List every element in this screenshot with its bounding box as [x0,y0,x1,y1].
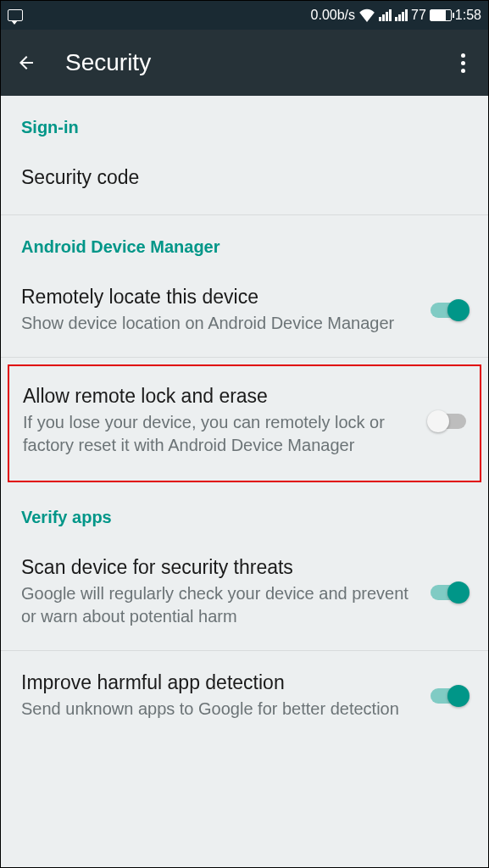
back-button[interactable] [16,53,36,73]
battery-icon [430,9,452,21]
setting-remote-lock-erase[interactable]: Allow remote lock and erase If you lose … [9,366,480,481]
toggle-remote-locate[interactable] [431,303,468,318]
toggle-scan-threats[interactable] [431,585,468,600]
section-header-adm: Android Device Manager [1,215,488,265]
signal-icon [395,9,408,21]
signal-icon [379,9,392,21]
app-bar: Security [1,30,488,96]
setting-title: Security code [21,166,468,189]
setting-summary: Google will regularly check your device … [21,582,417,628]
highlight-annotation: Allow remote lock and erase If you lose … [8,364,481,482]
settings-content[interactable]: Sign-in Security code Android Device Man… [1,96,488,867]
battery-percent: 77 [411,8,426,23]
toggle-improve-detection[interactable] [431,688,468,704]
setting-remote-locate[interactable]: Remotely locate this device Show device … [1,265,488,358]
setting-summary: Send unknown apps to Google for better d… [21,698,417,721]
toggle-remote-lock-erase[interactable] [429,414,466,429]
section-header-sign-in: Sign-in [1,96,488,146]
setting-title: Scan device for security threats [21,556,417,579]
setting-summary: Show device location on Android Device M… [21,312,417,335]
setting-summary: If you lose your device, you can remotel… [23,411,415,457]
sms-notification-icon [8,9,23,21]
setting-scan-threats[interactable]: Scan device for security threats Google … [1,536,488,651]
setting-title: Improve harmful app detection [21,671,417,694]
section-header-verify: Verify apps [1,486,488,536]
status-bar: 0.00b/s 77 1:58 [1,1,488,30]
page-title: Security [65,49,453,76]
wifi-icon [358,8,375,22]
clock: 1:58 [455,8,481,23]
setting-security-code[interactable]: Security code [1,146,488,215]
overflow-menu-button[interactable] [453,53,473,73]
setting-improve-detection[interactable]: Improve harmful app detection Send unkno… [1,651,488,743]
setting-title: Remotely locate this device [21,286,417,309]
setting-title: Allow remote lock and erase [23,385,415,408]
data-rate: 0.00b/s [311,8,355,23]
